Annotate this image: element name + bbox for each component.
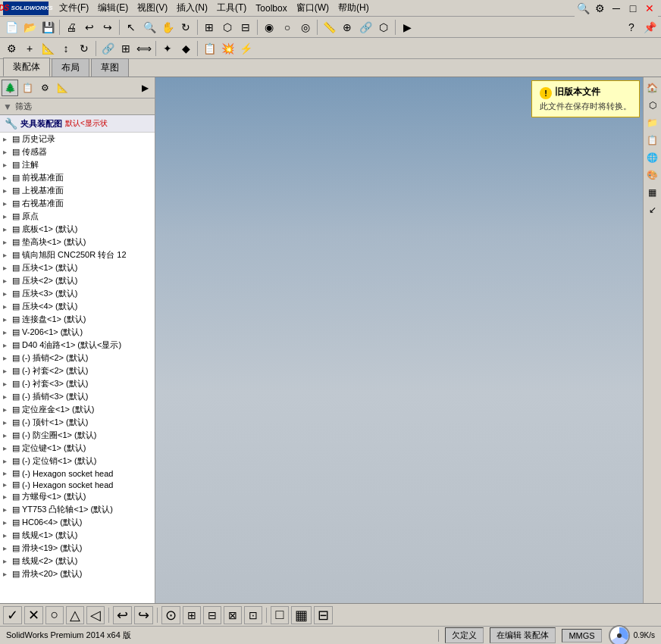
tree-item-28[interactable]: ▸▤方螺母<1> (默认) (0, 490, 155, 503)
cmd-box1[interactable]: □ (271, 606, 289, 624)
select-btn[interactable]: ↖ (123, 19, 139, 36)
tree-item-6[interactable]: ▸▤原点 (0, 210, 155, 223)
cmd-back[interactable]: ◁ (86, 606, 105, 624)
reference-btn[interactable]: ⊕ (339, 19, 356, 36)
3d-viewport[interactable]: ! 旧版本文件 此文件在保存时将转换。 (155, 77, 661, 603)
cmd-undo[interactable]: ↩ (113, 606, 132, 624)
print-btn[interactable]: 🖨 (63, 19, 80, 36)
rt-view7[interactable]: ↙ (645, 202, 660, 217)
toolbar-search[interactable]: 🔍 (575, 0, 591, 17)
new-part[interactable]: 📐 (39, 40, 56, 57)
options-btn[interactable]: ? (623, 19, 640, 36)
tree-item-15[interactable]: ▸▤V-206<1> (默认) (0, 326, 155, 339)
assemble-btn[interactable]: ⚙ (3, 40, 20, 57)
tree-item-8[interactable]: ▸▤垫高块<1> (默认) (0, 236, 155, 249)
feature-tree-btn[interactable]: 🌲 (2, 80, 18, 96)
smart-mate[interactable]: ✦ (159, 40, 176, 57)
minimize-btn[interactable]: ─ (608, 0, 625, 17)
cmd-snap4[interactable]: ⊠ (224, 606, 242, 624)
close-btn[interactable]: ✕ (641, 0, 658, 17)
tree-item-12[interactable]: ▸▤压块<3> (默认) (0, 287, 155, 300)
pattern-btn[interactable]: ⊞ (117, 40, 134, 57)
tab-assembly[interactable]: 装配体 (3, 58, 50, 77)
cmd-box2[interactable]: ▦ (291, 606, 312, 624)
menu-toolbox[interactable]: Toolbox (251, 2, 291, 15)
redo-btn[interactable]: ↪ (99, 19, 116, 36)
component-btn[interactable]: ⬡ (375, 19, 392, 36)
cmd-circle[interactable]: ○ (45, 606, 64, 624)
cmd-snap2[interactable]: ⊞ (183, 606, 201, 624)
cmd-ok[interactable]: ✓ (3, 606, 22, 624)
tree-item-7[interactable]: ▸▤底板<1> (默认) (0, 223, 155, 236)
tree-item-33[interactable]: ▸▤线规<2> (默认) (0, 555, 155, 567)
zoom-btn[interactable]: 🔍 (141, 19, 158, 36)
undo-btn[interactable]: ↩ (81, 19, 98, 36)
measure-btn[interactable]: 📏 (321, 19, 337, 36)
view-iso[interactable]: ⬡ (219, 19, 236, 36)
tree-item-1[interactable]: ▸▤传感器 (0, 145, 155, 158)
tree-item-2[interactable]: ▸▤注解 (0, 158, 155, 171)
tree-item-20[interactable]: ▸▤(-) 插销<3> (默认) (0, 390, 155, 403)
tree-item-10[interactable]: ▸▤压块<1> (默认) (0, 261, 155, 274)
tree-item-32[interactable]: ▸▤滑块<19> (默认) (0, 542, 155, 555)
mate-button[interactable]: 🔗 (99, 40, 116, 57)
tree-item-5[interactable]: ▸▤右视基准面 (0, 197, 155, 210)
tree-item-24[interactable]: ▸▤定位键<1> (默认) (0, 442, 155, 455)
rt-home[interactable]: 🏠 (645, 80, 660, 95)
rt-view3[interactable]: 📋 (645, 133, 660, 148)
rt-view1[interactable]: ⬡ (645, 98, 660, 113)
interference-btn[interactable]: ⚡ (237, 40, 254, 57)
rotate-comp[interactable]: ↻ (76, 40, 92, 57)
menu-window[interactable]: 窗口(W) (292, 0, 334, 16)
pan-btn[interactable]: ✋ (159, 19, 176, 36)
tree-item-14[interactable]: ▸▤连接盘<1> (默认) (0, 313, 155, 326)
tree-item-13[interactable]: ▸▤压块<4> (默认) (0, 300, 155, 313)
menu-insert[interactable]: 插入(N) (172, 0, 212, 16)
cmd-redo[interactable]: ↪ (134, 606, 153, 624)
assembly-feature[interactable]: ◆ (177, 40, 194, 57)
menu-edit[interactable]: 编辑(E) (93, 0, 133, 16)
more-btn[interactable]: ▶ (399, 19, 415, 36)
insert-comp[interactable]: + (21, 40, 38, 57)
toolbar-settings[interactable]: ⚙ (591, 0, 608, 17)
dimxpert-btn[interactable]: 📐 (54, 80, 70, 96)
pin-btn[interactable]: 📌 (641, 19, 658, 36)
menu-tools[interactable]: 工具(T) (212, 0, 251, 16)
tree-item-27[interactable]: ▸▤(-) Hexagon socket head (0, 479, 155, 490)
rt-view2[interactable]: 📁 (645, 115, 660, 130)
tree-item-31[interactable]: ▸▤线规<1> (默认) (0, 529, 155, 542)
cmd-snap5[interactable]: ⊡ (244, 606, 262, 624)
cmd-triangle[interactable]: △ (66, 606, 84, 624)
cmd-box3[interactable]: ⊟ (314, 606, 333, 624)
tab-sketch[interactable]: 草图 (91, 58, 129, 77)
tree-item-11[interactable]: ▸▤压块<2> (默认) (0, 274, 155, 287)
tree-item-0[interactable]: ▸▤历史记录 (0, 133, 155, 145)
menu-file[interactable]: 文件(F) (55, 0, 93, 16)
mirror-btn[interactable]: ⟺ (136, 40, 152, 57)
property-mgr-btn[interactable]: 📋 (19, 80, 36, 96)
cmd-snap1[interactable]: ⊙ (161, 606, 180, 624)
display-hidden[interactable]: ◎ (297, 19, 314, 36)
bom-btn[interactable]: 📋 (201, 40, 218, 57)
maximize-btn[interactable]: □ (625, 0, 641, 17)
tree-item-17[interactable]: ▸▤(-) 插销<2> (默认) (0, 352, 155, 364)
tab-layout[interactable]: 布局 (52, 58, 89, 77)
view-section[interactable]: ⊟ (237, 19, 254, 36)
tree-item-34[interactable]: ▸▤滑块<20> (默认) (0, 567, 155, 580)
config-mgr-btn[interactable]: ⚙ (36, 80, 53, 96)
tree-item-19[interactable]: ▸▤(-) 衬套<3> (默认) (0, 377, 155, 390)
display-shaded[interactable]: ◉ (261, 19, 277, 36)
expand-panel-btn[interactable]: ▶ (136, 80, 153, 96)
rotate-btn[interactable]: ↻ (177, 19, 194, 36)
tree-item-25[interactable]: ▸▤(-) 定位销<1> (默认) (0, 455, 155, 467)
tree-item-21[interactable]: ▸▤定位座金<1> (默认) (0, 403, 155, 416)
menu-view[interactable]: 视图(V) (133, 0, 172, 16)
tree-item-26[interactable]: ▸▤(-) Hexagon socket head (0, 467, 155, 479)
rt-view6[interactable]: ▦ (645, 185, 660, 200)
tree-item-23[interactable]: ▸▤(-) 防尘圈<1> (默认) (0, 429, 155, 442)
tree-item-16[interactable]: ▸▤D40 4油路<1> (默认<显示) (0, 339, 155, 352)
menu-help[interactable]: 帮助(H) (334, 0, 374, 16)
tree-item-9[interactable]: ▸▤镇向旭阳 CNC250R 转台 12 (0, 249, 155, 261)
rt-view5[interactable]: 🎨 (645, 167, 660, 183)
cmd-snap3[interactable]: ⊟ (203, 606, 221, 624)
